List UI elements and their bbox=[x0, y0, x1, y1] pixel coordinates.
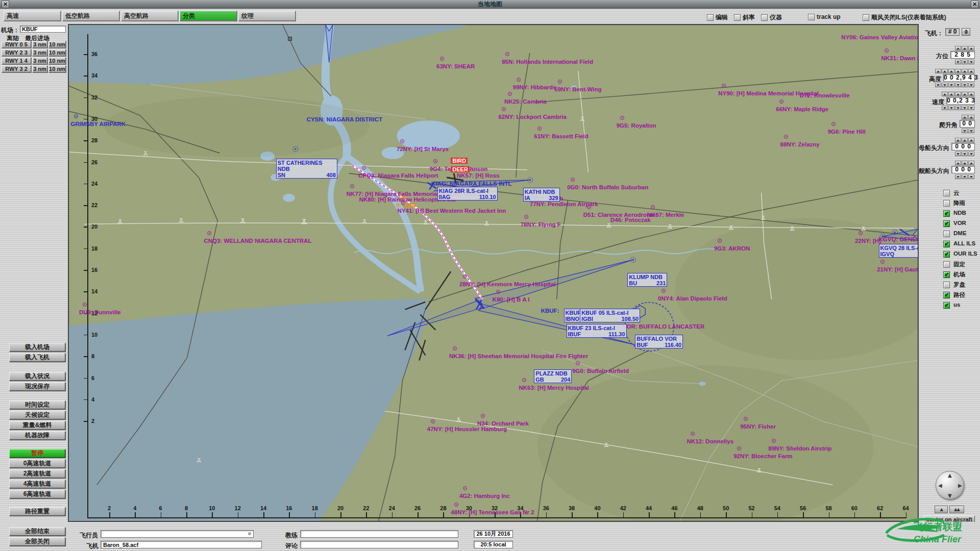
button-2高速轨道[interactable]: 2高速轨道 bbox=[9, 469, 65, 478]
aircraft-number-spinner[interactable] bbox=[962, 28, 970, 36]
airport-input[interactable] bbox=[20, 26, 66, 33]
aircraft-file-input[interactable] bbox=[101, 541, 262, 548]
spinner-up-icon[interactable] bbox=[962, 92, 968, 96]
tab-纹理[interactable]: 纹理 bbox=[238, 11, 296, 21]
close-icon[interactable]: ✕ bbox=[2, 1, 9, 8]
zoom-out-button[interactable]: ▲ bbox=[935, 506, 948, 513]
spinner-down-icon[interactable] bbox=[962, 152, 968, 156]
layer-checkbox-us[interactable] bbox=[943, 302, 950, 309]
pan-left-icon[interactable]: ◀ bbox=[938, 483, 942, 488]
comment-input[interactable] bbox=[300, 541, 458, 548]
spinner-up-icon[interactable] bbox=[968, 138, 974, 142]
button-机器故障[interactable]: 机器故障 bbox=[9, 431, 65, 440]
spinner-up-icon[interactable] bbox=[942, 92, 948, 96]
checkbox-仪器[interactable] bbox=[761, 14, 768, 21]
spinner-down-icon[interactable] bbox=[968, 152, 974, 156]
spinner-up-icon[interactable] bbox=[962, 138, 968, 142]
runway-button[interactable]: RWY 3 2 bbox=[2, 65, 31, 72]
spinner-up-icon[interactable] bbox=[968, 46, 974, 51]
spinner-up-icon[interactable] bbox=[948, 69, 954, 73]
spinner-down-icon[interactable] bbox=[962, 106, 968, 110]
runway-10nm-button[interactable]: 10 nm bbox=[48, 65, 66, 72]
layer-checkbox-机场[interactable] bbox=[943, 271, 950, 278]
spinner-down-icon[interactable] bbox=[948, 83, 954, 87]
spinner-up-icon[interactable] bbox=[942, 69, 948, 73]
pan-control[interactable]: ▲ ▼ ◀ ▶ bbox=[936, 471, 964, 499]
spinner-down-icon[interactable] bbox=[955, 152, 961, 156]
spinner-up-icon[interactable] bbox=[955, 46, 961, 51]
spinner-up-icon[interactable] bbox=[935, 69, 941, 73]
spinner-up-icon[interactable] bbox=[955, 138, 961, 142]
checkbox-编辑[interactable] bbox=[707, 14, 714, 21]
button-全部结束[interactable]: 全部结束 bbox=[9, 527, 65, 536]
spinner-up-icon[interactable] bbox=[955, 161, 961, 165]
spinner-up-icon[interactable] bbox=[968, 92, 974, 96]
layer-checkbox-OUR ILS[interactable] bbox=[943, 251, 950, 258]
spinner-down-icon[interactable] bbox=[968, 83, 974, 87]
layer-checkbox-NDB[interactable] bbox=[943, 210, 950, 217]
spinner-down-icon[interactable] bbox=[955, 174, 961, 179]
runway-3nm-button[interactable]: 3 nm bbox=[32, 65, 47, 72]
runway-3nm-button[interactable]: 3 nm bbox=[32, 57, 47, 64]
close-icon-right[interactable]: ✕ bbox=[971, 1, 978, 8]
spinner-up-icon[interactable] bbox=[955, 69, 961, 73]
spinner-up-icon[interactable] bbox=[948, 92, 954, 96]
spinner-down-icon[interactable] bbox=[962, 60, 968, 64]
button-天候设定[interactable]: 天候设定 bbox=[9, 411, 65, 419]
tab-分类[interactable]: 分类 bbox=[180, 11, 237, 21]
spinner-down-icon[interactable] bbox=[942, 83, 948, 87]
runway-10nm-button[interactable]: 10 nm bbox=[48, 41, 66, 48]
pan-down-icon[interactable]: ▼ bbox=[948, 493, 952, 498]
checkbox-track up[interactable] bbox=[808, 14, 815, 20]
pan-up-icon[interactable]: ▲ bbox=[948, 472, 952, 478]
pilot-input[interactable] bbox=[101, 530, 254, 538]
runway-3nm-button[interactable]: 3 nm bbox=[32, 49, 47, 56]
runway-10nm-button[interactable]: 10 nm bbox=[48, 49, 66, 56]
button-重量&燃料[interactable]: 重量&燃料 bbox=[9, 421, 65, 430]
spinner-up-icon[interactable] bbox=[968, 161, 974, 165]
layer-checkbox-云[interactable] bbox=[943, 190, 950, 196]
spinner-up-icon[interactable] bbox=[955, 92, 961, 96]
map-canvas[interactable]: ✈ 36343230282624222018161412108642246810… bbox=[68, 24, 919, 522]
spinner-down-icon[interactable] bbox=[962, 174, 968, 179]
runway-button[interactable]: RWY 1 4 bbox=[2, 57, 31, 64]
layer-checkbox-罗盘[interactable] bbox=[943, 282, 950, 288]
spinner-down-icon[interactable] bbox=[968, 106, 974, 110]
button-暂停[interactable]: 暂停 bbox=[9, 449, 65, 458]
button-载入机场[interactable]: 载入机场 bbox=[9, 343, 65, 352]
zoom-in-button[interactable]: ▲▲ bbox=[949, 506, 964, 513]
spinner-up-icon[interactable] bbox=[962, 46, 968, 51]
layer-checkbox-VOR[interactable] bbox=[943, 220, 950, 227]
button-载入飞机[interactable]: 载入飞机 bbox=[9, 353, 65, 362]
layer-checkbox-ALL ILS[interactable] bbox=[943, 241, 950, 247]
spinner-up-icon[interactable] bbox=[968, 115, 974, 119]
spinner-down-icon[interactable] bbox=[962, 129, 968, 133]
button-时间设定[interactable]: 时间设定 bbox=[9, 400, 65, 409]
button-载入状况[interactable]: 载入状况 bbox=[9, 372, 65, 381]
pan-right-icon[interactable]: ▶ bbox=[958, 483, 962, 488]
spinner-up-icon[interactable] bbox=[962, 115, 968, 119]
tab-高速[interactable]: 高速 bbox=[4, 11, 61, 21]
button-全部关闭[interactable]: 全部关闭 bbox=[9, 537, 65, 546]
spinner-up-icon[interactable] bbox=[962, 161, 968, 165]
center-on-aircraft-button[interactable]: center on aircraft bbox=[924, 515, 975, 522]
layer-checkbox-固定[interactable] bbox=[943, 261, 950, 268]
spinner-up-icon[interactable] bbox=[968, 69, 974, 73]
coach-input[interactable] bbox=[300, 530, 458, 538]
spinner-down-icon[interactable] bbox=[948, 106, 954, 110]
layer-checkbox-路径[interactable] bbox=[943, 292, 950, 298]
runway-button[interactable]: RWY 2 3 bbox=[2, 49, 31, 56]
layer-checkbox-降雨[interactable] bbox=[943, 200, 950, 207]
spinner-down-icon[interactable] bbox=[968, 60, 974, 64]
checkbox-顺风关闭ILS(仪表着陆系统)[interactable] bbox=[863, 14, 869, 21]
button-现况保存[interactable]: 现况保存 bbox=[9, 382, 65, 391]
spinner-down-icon[interactable] bbox=[955, 83, 961, 87]
runway-10nm-button[interactable]: 10 nm bbox=[48, 57, 66, 64]
tab-低空航路[interactable]: 低空航路 bbox=[62, 11, 119, 21]
spinner-down-icon[interactable] bbox=[955, 60, 961, 64]
spinner-down-icon[interactable] bbox=[955, 106, 961, 110]
button-0高速轨道[interactable]: 0高速轨道 bbox=[9, 459, 65, 468]
button-4高速轨道[interactable]: 4高速轨道 bbox=[9, 480, 65, 488]
checkbox-斜率[interactable] bbox=[734, 14, 741, 21]
tab-高空航路[interactable]: 高空航路 bbox=[121, 11, 178, 21]
